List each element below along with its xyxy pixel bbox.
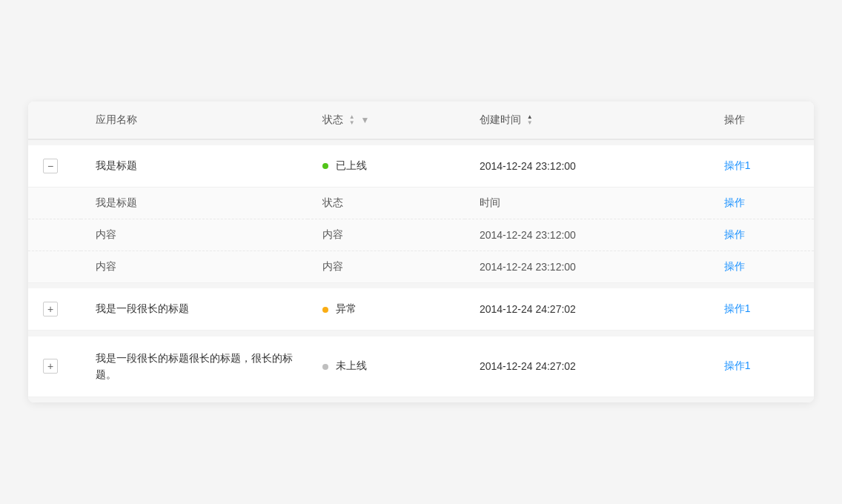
status-text: 异常	[336, 302, 357, 314]
action-cell: 操作1	[709, 336, 814, 397]
status-dot	[322, 163, 328, 169]
expand-button[interactable]: +	[43, 302, 58, 316]
child-time: 2014-12-24 23:12:00	[480, 261, 576, 273]
child-name-cell: 内容	[81, 219, 308, 251]
th-time[interactable]: 创建时间 ▲ ▼	[465, 102, 709, 139]
sort-down-icon: ▼	[527, 120, 533, 126]
th-status[interactable]: 状态 ▲ ▼ ▼	[308, 102, 465, 139]
status-dot	[322, 307, 328, 313]
child-status-cell: 内容	[308, 251, 465, 282]
child-time-cell: 2014-12-24 23:12:00	[465, 219, 709, 251]
status-dot	[322, 364, 328, 370]
th-expand	[28, 102, 81, 139]
sep-row	[28, 139, 814, 145]
child-status-cell: 状态	[308, 187, 465, 219]
child-time-cell: 2014-12-24 23:12:00	[465, 251, 709, 282]
child-action-link[interactable]: 操作	[724, 228, 745, 240]
child-time-cell: 时间	[465, 187, 709, 219]
action-cell: 操作1	[709, 145, 814, 188]
status-text: 已上线	[336, 159, 367, 171]
status-cell: 未上线	[308, 336, 465, 397]
th-time-label: 创建时间	[480, 113, 521, 125]
data-table: 应用名称 状态 ▲ ▼ ▼ 创建时间 ▲ ▼	[28, 102, 814, 402]
time-cell: 2014-12-24 24:27:02	[465, 288, 709, 331]
child-status-cell: 内容	[308, 219, 465, 251]
th-action-label: 操作	[724, 113, 745, 125]
row-name: 我是一段很长的标题很长的标题，很长的标题。	[96, 352, 293, 380]
expand-cell: +	[28, 288, 81, 331]
child-action-cell: 操作	[709, 251, 814, 282]
child-action-link[interactable]: 操作	[724, 260, 745, 272]
table-header-row: 应用名称 状态 ▲ ▼ ▼ 创建时间 ▲ ▼	[28, 102, 814, 139]
child-row: 内容 内容 2014-12-24 23:12:00 操作	[28, 219, 814, 251]
child-status: 内容	[322, 260, 343, 272]
name-cell: 我是一段很长的标题	[81, 288, 308, 331]
time-sort-icons[interactable]: ▲ ▼	[527, 114, 533, 126]
expand-button[interactable]: +	[43, 359, 58, 374]
th-name-label: 应用名称	[96, 113, 137, 125]
child-status: 状态	[322, 196, 343, 208]
time-cell: 2014-12-24 23:12:00	[465, 145, 709, 188]
child-row: 内容 内容 2014-12-24 23:12:00 操作	[28, 251, 814, 282]
sep-row	[28, 282, 814, 288]
expand-button[interactable]: −	[43, 159, 58, 173]
child-action-cell: 操作	[709, 219, 814, 251]
child-expand-cell	[28, 251, 81, 282]
row-name: 我是一段很长的标题	[96, 302, 189, 314]
sort-down-icon: ▼	[349, 120, 355, 126]
status-text: 未上线	[336, 359, 367, 371]
sep-row	[28, 397, 814, 402]
expand-cell: −	[28, 145, 81, 188]
th-name: 应用名称	[81, 102, 308, 139]
child-expand-cell	[28, 187, 81, 219]
child-action-link[interactable]: 操作	[724, 196, 745, 208]
action-link[interactable]: 操作1	[724, 302, 751, 314]
child-row: 我是标题 状态 时间 操作	[28, 187, 814, 219]
child-expand-cell	[28, 219, 81, 251]
row-name: 我是标题	[96, 159, 137, 171]
name-cell: 我是标题	[81, 145, 308, 188]
child-name-cell: 我是标题	[81, 187, 308, 219]
expand-cell: +	[28, 336, 81, 397]
status-cell: 异常	[308, 288, 465, 331]
status-filter-icon[interactable]: ▼	[361, 115, 370, 125]
child-action-cell: 操作	[709, 187, 814, 219]
name-cell: 我是一段很长的标题很长的标题，很长的标题。	[81, 336, 308, 397]
time-value: 2014-12-24 24:27:02	[480, 360, 576, 372]
sep-row	[28, 331, 814, 336]
child-time: 时间	[480, 196, 500, 208]
time-cell: 2014-12-24 24:27:02	[465, 336, 709, 397]
time-value: 2014-12-24 24:27:02	[480, 303, 576, 315]
child-name-cell: 内容	[81, 251, 308, 282]
action-link[interactable]: 操作1	[724, 159, 751, 171]
table-row: − 我是标题 已上线 2014-12-24 23:12:00 操作1	[28, 145, 814, 188]
table-row: + 我是一段很长的标题很长的标题，很长的标题。 未上线 2014-12-24 2…	[28, 336, 814, 397]
main-table-wrapper: 应用名称 状态 ▲ ▼ ▼ 创建时间 ▲ ▼	[28, 102, 814, 402]
action-link[interactable]: 操作1	[724, 359, 751, 371]
status-cell: 已上线	[308, 145, 465, 188]
child-name: 内容	[96, 228, 116, 240]
action-cell: 操作1	[709, 288, 814, 331]
child-name: 内容	[96, 260, 116, 272]
child-name: 我是标题	[96, 196, 137, 208]
table-row: + 我是一段很长的标题 异常 2014-12-24 24:27:02 操作1	[28, 288, 814, 331]
child-status: 内容	[322, 228, 343, 240]
status-sort-icons[interactable]: ▲ ▼	[349, 114, 355, 126]
th-action: 操作	[709, 102, 814, 139]
time-value: 2014-12-24 23:12:00	[480, 160, 576, 172]
th-status-label: 状态	[322, 113, 343, 125]
child-time: 2014-12-24 23:12:00	[480, 229, 576, 241]
